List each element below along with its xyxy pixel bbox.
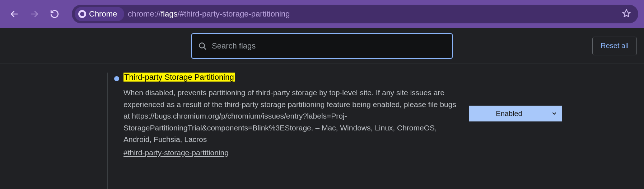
left-gutter bbox=[0, 73, 108, 189]
reload-button[interactable] bbox=[46, 5, 63, 23]
arrow-right-icon bbox=[30, 9, 39, 19]
star-icon bbox=[622, 9, 631, 18]
arrow-left-icon bbox=[10, 9, 19, 19]
flag-body: Third-party Storage Partitioning When di… bbox=[123, 73, 465, 157]
omnibox[interactable]: Chrome chrome://flags/#third-party-stora… bbox=[72, 5, 638, 23]
flag-row: Third-party Storage Partitioning When di… bbox=[108, 73, 644, 189]
flags-header: Reset all bbox=[0, 28, 644, 64]
chrome-icon bbox=[78, 10, 86, 18]
browser-toolbar: Chrome chrome://flags/#third-party-stora… bbox=[0, 0, 644, 28]
bookmark-button[interactable] bbox=[622, 9, 631, 19]
search-icon bbox=[198, 42, 207, 50]
modified-dot-icon bbox=[114, 76, 119, 81]
search-input[interactable] bbox=[212, 41, 446, 51]
flag-description: When disabled, prevents partitioning of … bbox=[123, 87, 465, 146]
content-area: Third-party Storage Partitioning When di… bbox=[0, 64, 644, 189]
url-text: chrome://flags/#third-party-storage-part… bbox=[128, 9, 290, 19]
reload-icon bbox=[50, 9, 59, 19]
back-button[interactable] bbox=[6, 5, 23, 23]
svg-marker-2 bbox=[622, 9, 630, 17]
reset-all-button[interactable]: Reset all bbox=[592, 37, 637, 55]
flag-state-select[interactable]: Enabled bbox=[469, 106, 562, 121]
chrome-chip: Chrome bbox=[75, 7, 124, 21]
svg-line-4 bbox=[204, 47, 206, 49]
chrome-chip-label: Chrome bbox=[89, 9, 117, 19]
flag-hash-link[interactable]: #third-party-storage-partitioning bbox=[123, 148, 229, 157]
search-container bbox=[191, 33, 453, 59]
flag-title: Third-party Storage Partitioning bbox=[123, 73, 235, 82]
flag-select-wrap: Enabled bbox=[469, 106, 562, 121]
forward-button[interactable] bbox=[26, 5, 43, 23]
